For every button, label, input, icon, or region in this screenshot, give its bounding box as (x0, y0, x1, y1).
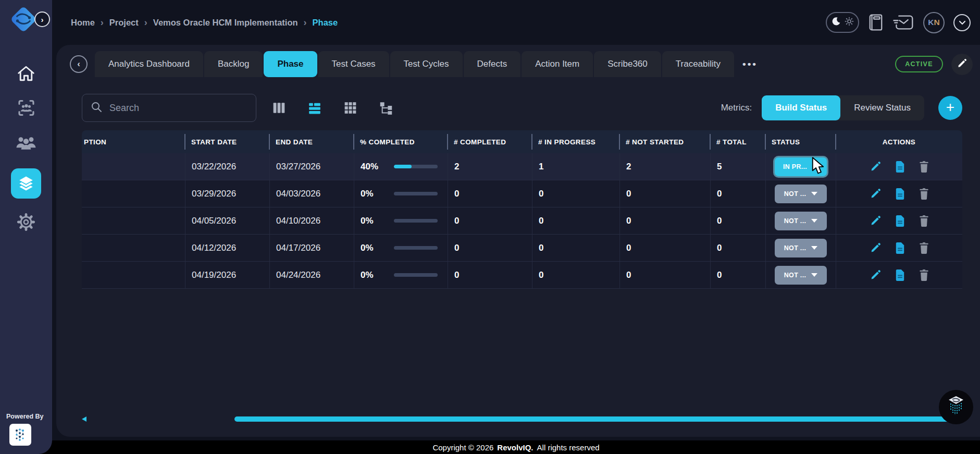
progress-bar (394, 192, 438, 195)
sun-icon (845, 17, 854, 28)
content-card: ‹ Analytics Dashboard Backlog Phase Test… (56, 45, 980, 437)
status-dropdown[interactable]: NOT ... (775, 239, 827, 257)
tabs-overflow-button[interactable]: ••• (742, 58, 758, 70)
delete-row-button[interactable] (919, 188, 929, 200)
assistant-bot-button[interactable] (939, 390, 973, 424)
tab-test-cycles[interactable]: Test Cycles (390, 51, 463, 77)
add-phase-button[interactable]: + (938, 96, 962, 120)
breadcrumb-project[interactable]: Project (109, 18, 139, 28)
header-num-total[interactable]: # TOTAL (710, 130, 765, 153)
status-dropdown[interactable]: NOT ... (775, 266, 827, 285)
tab-action-item[interactable]: Action Item (522, 51, 593, 77)
header-pct-completed[interactable]: % COMPLETED (354, 130, 448, 153)
cell-num-completed: 0 (448, 180, 532, 207)
list-view-button-active[interactable] (306, 100, 323, 116)
pct-label: 40% (361, 162, 384, 172)
delete-row-button[interactable] (919, 242, 929, 254)
cell-num-total: 5 (710, 153, 765, 180)
breadcrumb-separator: › (101, 17, 104, 28)
edit-row-button[interactable] (870, 242, 881, 253)
status-label: IN PR... (783, 163, 807, 170)
delete-row-button[interactable] (919, 215, 929, 227)
document-row-button[interactable] (895, 269, 905, 281)
table-body: 03/22/202603/27/202640%2125IN PR...03/29… (82, 153, 962, 289)
cell-pct-completed: 0% (354, 262, 448, 288)
tab-analytics-dashboard[interactable]: Analytics Dashboard (95, 51, 203, 77)
pct-label: 0% (361, 216, 384, 226)
status-dropdown[interactable]: NOT ... (775, 185, 827, 203)
moon-icon (832, 17, 841, 28)
document-row-button[interactable] (895, 242, 905, 254)
document-row-button[interactable] (895, 161, 905, 173)
cell-start-date: 04/05/2026 (185, 207, 269, 234)
header-num-completed[interactable]: # COMPLETED (448, 130, 532, 153)
cell-num-not-started: 0 (619, 235, 710, 261)
edit-row-button[interactable] (870, 215, 881, 226)
search-icon (91, 101, 102, 115)
cell-num-completed: 0 (448, 235, 532, 261)
avatar[interactable]: KN (923, 12, 945, 33)
metrics-build-status[interactable]: Build Status (762, 95, 840, 120)
sidebar-expand-button[interactable]: › (34, 11, 50, 27)
edit-row-button[interactable] (870, 269, 881, 280)
header-end-date[interactable]: END DATE (269, 130, 354, 153)
account-menu-button[interactable] (953, 14, 971, 31)
cell-actions (836, 207, 962, 234)
document-row-button[interactable] (895, 188, 905, 200)
phase-table: PTION START DATE END DATE % COMPLETED # … (82, 130, 962, 289)
breadcrumb-home[interactable]: Home (71, 18, 95, 28)
home-icon (17, 65, 35, 84)
columns-view-button[interactable] (271, 100, 287, 116)
messages-button[interactable] (892, 13, 914, 32)
scrollbar-thumb[interactable] (234, 416, 963, 422)
cell-description (82, 235, 185, 261)
status-dropdown[interactable]: IN PR... (775, 157, 827, 176)
document-row-button[interactable] (895, 215, 905, 227)
table-row[interactable]: 04/05/202604/10/20260%0000NOT ... (82, 207, 962, 235)
theme-toggle[interactable] (826, 12, 859, 33)
sidebar-item-settings[interactable] (17, 213, 35, 234)
tab-phase[interactable]: Phase (264, 51, 317, 77)
scroll-left-arrow[interactable] (82, 416, 86, 422)
caret-down-icon (811, 246, 817, 250)
breadcrumb-separator: › (144, 17, 147, 28)
sidebar-item-workspace[interactable] (17, 99, 36, 119)
sidebar-item-phases-active[interactable] (11, 168, 41, 199)
table-row[interactable]: 03/29/202604/03/20260%0000NOT ... (82, 180, 962, 207)
tab-defects[interactable]: Defects (464, 51, 521, 77)
sidebar-item-home[interactable] (17, 65, 35, 84)
table-row[interactable]: 04/19/202604/24/20260%0000NOT ... (82, 262, 962, 289)
grid-view-button[interactable] (342, 100, 358, 116)
footer-copyright: Copyright © 2026 RevolvIQ. All rights re… (0, 440, 980, 454)
edit-row-button[interactable] (870, 161, 881, 172)
table-row[interactable]: 04/12/202604/17/20260%0000NOT ... (82, 235, 962, 262)
status-label: NOT ... (784, 217, 806, 225)
tab-scribe360[interactable]: Scribe360 (594, 51, 661, 77)
tabs-back-button[interactable]: ‹ (70, 55, 88, 73)
delete-row-button[interactable] (919, 161, 929, 173)
breadcrumb-project-name[interactable]: Vemos Oracle HCM Implementation (153, 18, 298, 28)
status-dropdown[interactable]: NOT ... (775, 212, 827, 230)
docs-book-button[interactable] (868, 13, 884, 32)
tree-view-button[interactable] (378, 100, 394, 116)
search-input[interactable] (109, 103, 247, 114)
metrics-review-status[interactable]: Review Status (840, 95, 924, 120)
header-status[interactable]: STATUS (765, 130, 836, 153)
sidebar-item-users[interactable] (16, 133, 36, 154)
header-description[interactable]: PTION (82, 130, 185, 153)
edit-project-button[interactable] (951, 54, 973, 75)
cell-num-in-progress: 0 (532, 180, 619, 207)
edit-row-button[interactable] (870, 188, 881, 199)
tab-traceability[interactable]: Traceability (662, 51, 734, 77)
header-num-in-progress[interactable]: # IN PROGRESS (532, 130, 619, 153)
header-num-not-started[interactable]: # NOT STARTED (619, 130, 710, 153)
cell-end-date: 04/24/2026 (269, 262, 354, 288)
delete-row-button[interactable] (919, 269, 929, 281)
cell-num-in-progress: 0 (532, 235, 619, 261)
tab-backlog[interactable]: Backlog (204, 51, 263, 77)
bot-logo-icon (945, 394, 967, 420)
breadcrumb: Home › Project › Vemos Oracle HCM Implem… (71, 17, 826, 28)
table-row[interactable]: 03/22/202603/27/202640%2125IN PR... (82, 153, 962, 180)
header-start-date[interactable]: START DATE (185, 130, 269, 153)
tab-test-cases[interactable]: Test Cases (318, 51, 389, 77)
